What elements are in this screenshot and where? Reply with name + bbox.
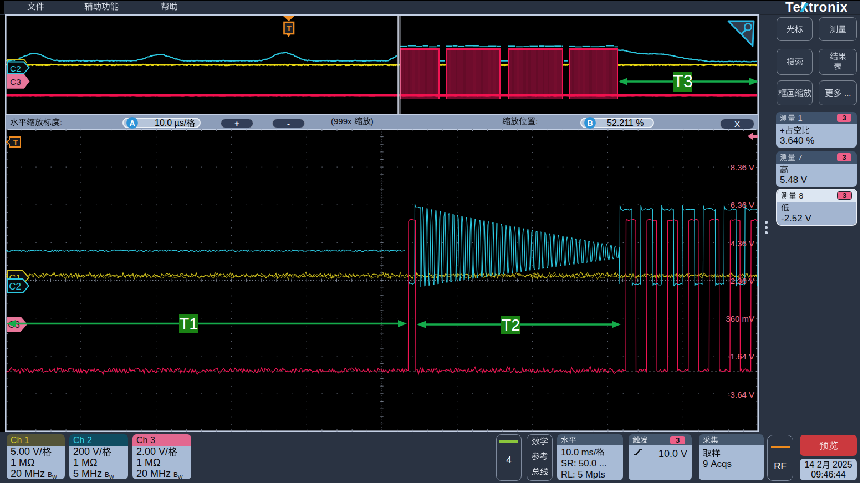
svg-text:Tektronix: Tektronix bbox=[785, 1, 847, 14]
svg-text:C2: C2 bbox=[10, 64, 21, 73]
svg-text:C3: C3 bbox=[10, 77, 21, 87]
svg-text:T: T bbox=[13, 138, 18, 147]
svg-text:C2: C2 bbox=[9, 281, 21, 292]
svg-text:T: T bbox=[287, 23, 292, 33]
